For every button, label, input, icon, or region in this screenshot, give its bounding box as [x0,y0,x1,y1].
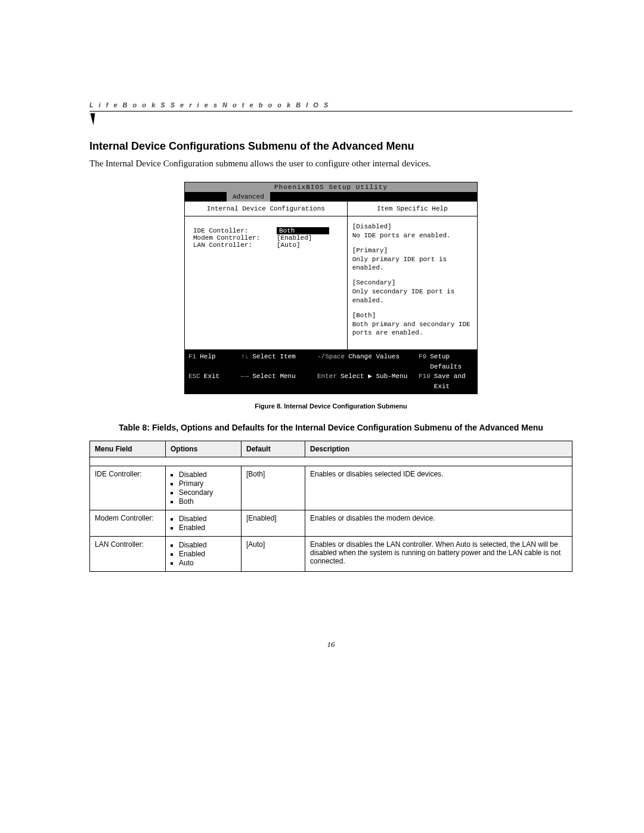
bios-key-label: Exit [204,371,219,382]
bios-help-entry: [Primary]Only primary IDE port is enable… [352,246,472,273]
bios-footer: F1Help ↑↓Select Item -/SpaceChange Value… [185,349,477,394]
cell-default: [Enabled] [242,510,305,537]
table-row: IDE Controller: Disabled Primary Seconda… [90,466,572,510]
bios-key-label: Setup Defaults [430,352,473,371]
bios-key-label: Save and Exit [434,371,473,391]
cell-desc: Enables or disables the modem device. [305,510,572,537]
th-menu-field: Menu Field [90,441,166,457]
section-title: Internal Device Configurations Submenu o… [89,140,572,153]
table-row: LAN Controller: Disabled Enabled Auto [A… [90,537,572,572]
cell-options: Disabled Enabled [166,510,242,537]
th-default: Default [242,441,305,457]
option-item: Secondary [179,488,236,497]
option-item: Disabled [179,470,236,479]
cell-desc: Enables or disables the LAN controller. … [305,537,572,572]
cell-field: Modem Controller: [90,510,166,537]
page-content: L i f e B o o k S S e r i e s N o t e b … [89,101,572,572]
bios-field-label: LAN Controller: [193,241,277,249]
bios-help-entry: [Disabled]No IDE ports are enabled. [352,222,472,240]
cell-default: [Auto] [242,537,305,572]
option-item: Enabled [179,524,236,532]
bios-menubar: Advanced [185,192,477,202]
cell-options: Disabled Enabled Auto [166,537,242,572]
page-number: 16 [89,640,572,649]
cell-field: IDE Controller: [90,466,166,510]
bios-menu-advanced: Advanced [227,192,270,202]
bios-key: F1 [188,352,196,362]
option-item: Enabled [179,550,236,558]
bios-key: ESC [188,371,200,382]
bios-key: ←→ [241,371,249,382]
bios-key-label: Select Menu [252,371,296,382]
bios-key: ↑↓ [241,352,249,362]
running-header: L i f e B o o k S S e r i e s N o t e b … [89,101,572,112]
section-intro: The Internal Device Configuration submen… [89,159,572,169]
bios-key-label: Select Item [252,352,296,362]
option-item: Auto [179,559,236,567]
table-caption: Table 8: Fields, Options and Defaults fo… [89,423,572,432]
bios-key: -/Space [317,352,345,362]
th-description: Description [305,441,572,457]
cell-default: [Both] [242,466,305,510]
spec-table: Menu Field Options Default Description I… [89,441,572,572]
bios-screenshot: PhoenixBIOS Setup Utility Advanced Inter… [184,182,478,394]
bios-key-label: Select ▶ Sub-Menu [340,371,407,382]
bios-key: F10 [419,371,431,382]
bios-key: Enter [317,371,337,382]
bios-key-label: Help [200,352,215,362]
option-item: Primary [179,479,236,488]
bios-title: PhoenixBIOS Setup Utility [185,182,477,192]
bios-left-heading: Internal Device Configurations [185,202,347,216]
bios-help-entry: [Both]Both primary and secondary IDE por… [352,311,472,338]
cell-desc: Enables or disables selected IDE devices… [305,466,572,510]
bios-right-heading: Item Specific Help [348,202,477,216]
bios-fields: IDE Contoller: Both Modem Controller: [E… [185,216,347,320]
th-options: Options [166,441,242,457]
bios-field-value: [Enabled] [277,234,324,241]
option-item: Disabled [179,515,236,523]
bios-key-label: Change Values [348,352,400,362]
option-item: Both [179,497,236,506]
bios-help-panel: [Disabled]No IDE ports are enabled. [Pri… [348,216,477,349]
cell-field: LAN Controller: [90,537,166,572]
bios-field-value-selected: Both [277,227,329,234]
bios-key: F9 [419,352,426,362]
figure-caption: Figure 8. Internal Device Configuration … [89,402,572,410]
cell-options: Disabled Primary Secondary Both [166,466,242,510]
table-row: Modem Controller: Disabled Enabled [Enab… [90,510,572,537]
bios-field-value: [Auto] [277,241,324,249]
bios-field-label: IDE Contoller: [193,227,277,234]
option-item: Disabled [179,541,236,549]
bios-help-entry: [Secondary]Only secondary IDE port is en… [352,278,472,305]
bios-field-label: Modem Controller: [193,234,277,241]
